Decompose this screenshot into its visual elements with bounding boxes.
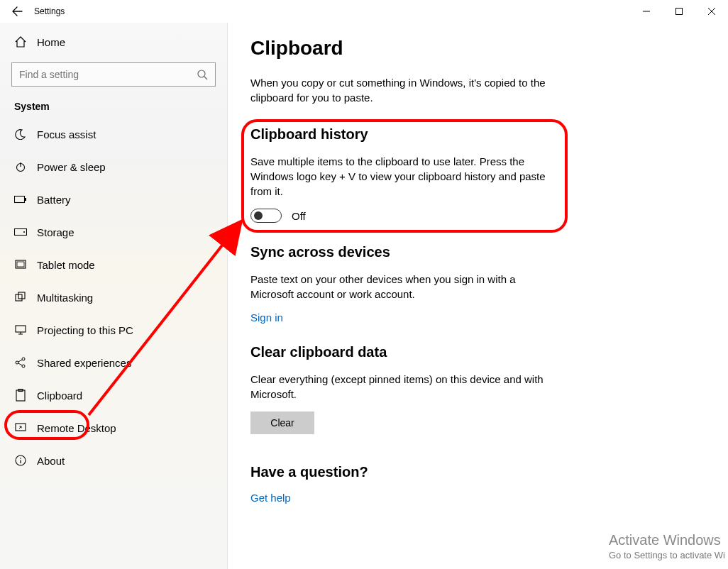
sidebar-item-label: Remote Desktop [37,422,116,434]
sidebar-item-label: Storage [37,226,75,238]
sidebar-item-clipboard[interactable]: Clipboard [0,379,227,411]
page-intro: When you copy or cut something in Window… [250,75,548,105]
svg-point-6 [23,231,25,233]
sidebar-item-shared-experiences[interactable]: Shared experiences [0,346,227,379]
svg-rect-0 [676,9,683,15]
watermark-line-2: Go to Settings to activate Wi [609,550,725,560]
section-title-help: Have a question? [250,464,700,480]
window-controls [630,0,728,23]
minimize-icon [643,8,650,15]
watermark-line-1: Activate Windows [609,532,725,548]
sidebar-item-label: Battery [37,194,71,206]
sidebar-item-remote-desktop[interactable]: Remote Desktop [0,411,227,444]
sidebar-item-multitasking[interactable]: Multitasking [0,281,227,314]
sidebar-item-label: Clipboard [37,390,82,402]
activate-windows-watermark: Activate Windows Go to Settings to activ… [609,532,725,560]
svg-point-13 [22,358,25,360]
section-title-history: Clipboard history [250,126,700,143]
history-toggle[interactable] [250,209,282,223]
sidebar-item-label: Projecting to this PC [37,324,133,336]
get-help-link[interactable]: Get help [250,492,291,504]
sidebar-item-label: Focus assist [37,128,96,140]
sidebar-item-storage[interactable]: Storage [0,216,227,248]
sidebar-item-projecting[interactable]: Projecting to this PC [0,314,227,346]
close-icon [708,8,715,15]
section-desc-history: Save multiple items to the clipboard to … [250,154,556,199]
sidebar-item-power-sleep[interactable]: Power & sleep [0,150,227,183]
share-icon [14,357,27,368]
titlebar: Settings [0,0,728,23]
power-icon [14,161,27,172]
search-input[interactable] [19,69,192,80]
maximize-icon [675,8,683,15]
section-desc-sync: Paste text on your other devices when yo… [250,272,556,302]
titlebar-left: Settings [6,0,65,23]
svg-point-14 [22,365,25,368]
multitasking-icon [14,292,27,303]
remote-desktop-icon [14,422,27,433]
svg-rect-15 [16,390,25,401]
history-toggle-row: Off [250,209,700,223]
sidebar-item-focus-assist[interactable]: Focus assist [0,118,227,150]
svg-rect-11 [16,326,26,332]
svg-rect-8 [17,262,24,267]
maximize-button[interactable] [663,0,695,23]
sidebar-nav: Focus assist Power & sleep Battery Stora… [0,118,227,477]
sidebar-item-label: Shared experiences [37,357,131,369]
tablet-icon [14,259,27,270]
sign-in-link[interactable]: Sign in [250,311,283,324]
sidebar-item-battery[interactable]: Battery [0,183,227,216]
info-icon [14,455,27,466]
app-title: Settings [34,6,65,16]
help-section: Have a question? Get help [250,464,700,504]
svg-point-1 [198,70,205,77]
clear-button[interactable]: Clear [250,411,314,434]
page-title: Clipboard [250,37,700,60]
sidebar-item-label: Power & sleep [37,161,106,173]
home-icon [14,35,27,48]
clipboard-icon [14,389,27,402]
svg-point-12 [16,361,18,364]
sidebar-category-header: System [0,101,227,118]
sidebar-item-tablet-mode[interactable]: Tablet mode [0,248,227,281]
section-desc-clear: Clear everything (except pinned items) o… [250,372,556,402]
sidebar: Home System Focus assist Power & sleep B… [0,23,228,569]
search-box[interactable] [11,62,216,87]
history-toggle-label: Off [292,210,306,222]
sidebar-home[interactable]: Home [0,30,227,54]
minimize-button[interactable] [630,0,663,23]
sidebar-item-label: About [37,455,65,467]
sidebar-home-label: Home [37,36,65,48]
svg-rect-3 [15,197,25,203]
back-button[interactable] [6,0,28,23]
sidebar-item-label: Tablet mode [37,259,95,271]
sidebar-item-about[interactable]: About [0,444,227,477]
close-button[interactable] [695,0,728,23]
battery-icon [14,195,27,204]
back-arrow-icon [11,6,23,17]
section-title-sync: Sync across devices [250,244,700,260]
section-title-clear: Clear clipboard data [250,344,700,360]
storage-icon [14,228,27,236]
projecting-icon [14,324,27,336]
search-icon [197,69,208,80]
svg-point-19 [20,458,21,459]
svg-rect-4 [25,198,26,201]
moon-icon [14,128,27,140]
main-content: Clipboard When you copy or cut something… [228,23,728,569]
sidebar-item-label: Multitasking [37,292,93,304]
toggle-knob-icon [254,211,263,220]
body: Home System Focus assist Power & sleep B… [0,23,728,569]
